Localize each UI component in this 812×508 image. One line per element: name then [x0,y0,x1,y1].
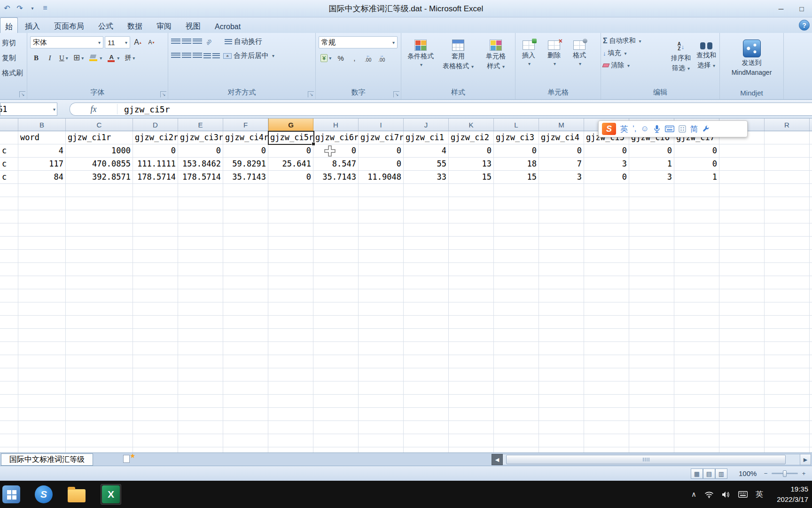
cell[interactable] [674,421,719,434]
cell[interactable] [674,197,719,210]
cell[interactable] [629,197,674,210]
cell[interactable] [133,276,178,289]
align-right-icon[interactable] [193,53,202,59]
cell[interactable] [584,447,629,452]
cell[interactable] [133,263,178,276]
cell[interactable] [629,408,674,421]
cell[interactable] [178,368,223,381]
cell[interactable]: 470.0855 [66,158,133,171]
cell[interactable] [765,395,810,408]
formula-input[interactable]: gjzw_ci5r [117,104,170,114]
cell[interactable]: 0 [494,144,539,158]
cell[interactable] [404,395,449,408]
cell[interactable] [0,302,18,316]
cell[interactable] [719,184,765,197]
cell[interactable] [494,316,539,329]
taskbar-sogou-icon[interactable]: S [33,484,54,505]
cell[interactable] [404,184,449,197]
cell[interactable] [674,342,719,355]
cell[interactable] [66,289,133,302]
cell[interactable] [584,184,629,197]
cell[interactable] [268,421,313,434]
cell[interactable] [18,329,66,342]
alignment-dialog-launcher-icon[interactable]: ↘ [308,91,314,97]
cell[interactable]: 55 [404,158,449,171]
cell[interactable] [674,237,719,250]
cell[interactable]: gjzw_ci6r [313,131,359,144]
cell[interactable] [268,368,313,381]
cell[interactable] [66,223,133,237]
cell[interactable] [719,171,765,184]
cell[interactable] [223,434,268,447]
cell[interactable] [449,289,494,302]
cell[interactable] [178,408,223,421]
cell[interactable] [223,250,268,263]
cell[interactable] [719,395,765,408]
cell[interactable] [223,447,268,452]
italic-button[interactable]: I [44,52,56,64]
cell[interactable] [404,434,449,447]
cell[interactable] [404,447,449,452]
scroll-right-button[interactable]: ▶ [800,454,811,465]
cell[interactable] [494,184,539,197]
cell[interactable] [313,316,359,329]
cell[interactable] [629,276,674,289]
cell[interactable] [810,197,812,210]
cell[interactable] [810,210,812,223]
cell[interactable] [268,355,313,368]
cell[interactable] [765,408,810,421]
cell[interactable] [0,329,18,342]
cell[interactable] [18,434,66,447]
cell[interactable] [765,171,810,184]
tab-view[interactable]: 视图 [179,17,208,33]
cell[interactable] [223,355,268,368]
taskbar-excel-icon[interactable]: X [101,484,121,505]
cell[interactable] [494,250,539,263]
cell[interactable] [178,421,223,434]
cell[interactable] [674,355,719,368]
cell[interactable]: 35.7143 [313,171,359,184]
cell[interactable] [810,171,812,184]
cell[interactable] [178,223,223,237]
cell[interactable] [0,421,18,434]
zoom-slider[interactable] [772,473,798,474]
cell[interactable] [223,329,268,342]
cell[interactable] [629,421,674,434]
cell[interactable] [584,434,629,447]
cell[interactable]: 0 [133,144,178,158]
cell[interactable] [719,447,765,452]
decrease-indent-icon[interactable] [203,53,211,58]
cell[interactable]: 3 [629,171,674,184]
page-break-view-button[interactable]: ▥ [715,468,727,479]
cell[interactable] [810,223,812,237]
cell[interactable] [629,184,674,197]
cell[interactable] [539,197,584,210]
cell[interactable]: gjzw_ci7r [359,131,404,144]
cell[interactable]: 178.5714 [133,171,178,184]
cell[interactable] [449,316,494,329]
cell[interactable] [449,395,494,408]
cell[interactable] [18,237,66,250]
cell[interactable]: 15 [449,171,494,184]
cell[interactable] [268,263,313,276]
cell[interactable] [133,434,178,447]
cell[interactable] [404,276,449,289]
cell[interactable]: 33 [404,171,449,184]
page-layout-view-button[interactable]: ▤ [703,468,715,479]
cell[interactable] [178,342,223,355]
input-language-indicator[interactable]: 英 [756,490,763,500]
zoom-level[interactable]: 100% [739,469,757,477]
column-header-M[interactable]: M [539,119,584,131]
cell-styles-button[interactable]: 单元格 样式▾ [477,35,514,85]
cell[interactable] [539,447,584,452]
cell[interactable]: 0 [449,144,494,158]
insert-function-button[interactable]: fx [70,104,117,114]
cell[interactable]: word [18,131,66,144]
column-header-B[interactable]: B [18,119,66,131]
cell[interactable]: 13 [449,158,494,171]
cell[interactable] [223,302,268,316]
cell[interactable]: 35.7143 [223,171,268,184]
touch-keyboard-icon[interactable] [738,491,748,498]
cell[interactable] [223,381,268,395]
cell[interactable] [449,197,494,210]
